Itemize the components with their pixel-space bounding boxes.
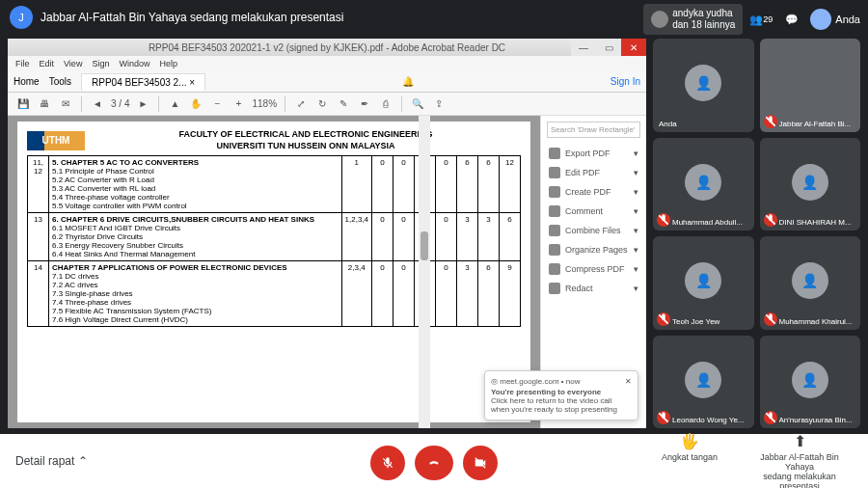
week-cell: 14	[28, 261, 49, 327]
muted-icon	[764, 115, 777, 128]
menu-file[interactable]: File	[15, 59, 30, 68]
hangup-button[interactable]	[415, 446, 453, 480]
share-icon[interactable]: ⇪	[431, 96, 447, 112]
participant-grid: 👤AndaJabbar Al-Fattah Bi...👤Muhammad Abd…	[653, 39, 860, 428]
page-scrollbar[interactable]	[419, 116, 430, 428]
chevron-down-icon: ▾	[634, 226, 638, 235]
participant-avatar: 👤	[685, 65, 721, 101]
present-now-button[interactable]: ⬆ Jabbar Al-Fattah Bin Yahayasedang mela…	[746, 432, 853, 489]
toolpane-item[interactable]: Compress PDF▾	[547, 259, 640, 279]
tool-icon	[549, 186, 560, 198]
acrobat-toolbar: 💾 🖶 ✉ ◄ 3 / 4 ► ▲ ✋ − + 118% ⤢ ↻ ✎ ✒ ⎙ 🔍…	[8, 93, 646, 116]
acrobat-title-text: RPP04 BEF34503 202021-1 v2 (signed by KJ…	[149, 42, 505, 53]
menu-edit[interactable]: Edit	[40, 59, 55, 68]
meeting-details-button[interactable]: Detail rapat ⌃	[15, 454, 88, 468]
participant-tile[interactable]: 👤Leonardo Wong Ye...	[653, 336, 754, 429]
participant-name: Teoh Joe Yew	[672, 317, 748, 326]
toolpane-item[interactable]: Edit PDF▾	[547, 163, 640, 182]
participant-tile[interactable]: 👤Teoh Joe Yew	[653, 236, 754, 330]
rotate-icon[interactable]: ↻	[314, 96, 330, 112]
participant-tile[interactable]: 👤Muhammad Khairul...	[760, 236, 861, 330]
toast-title: You're presenting to everyone	[491, 388, 632, 396]
tab-tools[interactable]: Tools	[49, 76, 71, 87]
minimize-button[interactable]: —	[571, 39, 596, 56]
scroll-thumb[interactable]	[420, 231, 428, 260]
menu-window[interactable]: Window	[119, 59, 149, 68]
participant-name: DINI SHAHIRAH M...	[779, 218, 855, 227]
next-page-icon[interactable]: ►	[135, 96, 150, 112]
toolpane-item[interactable]: Redact▾	[547, 279, 640, 298]
fitpage-icon[interactable]: ⤢	[293, 96, 309, 112]
participant-tile[interactable]: Jabbar Al-Fattah Bi...	[760, 39, 861, 132]
value-cell: 0	[436, 156, 457, 213]
mic-button[interactable]	[370, 446, 405, 480]
hand-icon[interactable]: ✋	[188, 96, 203, 112]
avatar-icon	[651, 11, 668, 28]
value-cell: 6	[478, 261, 500, 327]
participant-tile[interactable]: 👤Anda	[653, 39, 754, 132]
tab-document[interactable]: RPP04 BEF34503 2... ×	[81, 73, 205, 91]
menu-help[interactable]: Help	[159, 59, 177, 68]
sign-icon[interactable]: ✒	[357, 96, 372, 112]
muted-icon	[657, 411, 670, 424]
acrobat-titlebar: RPP04 BEF34503 202021-1 v2 (signed by KJ…	[8, 39, 646, 56]
menu-view[interactable]: View	[64, 59, 82, 68]
tool-label: Export PDF	[565, 149, 610, 158]
pill-name: andyka yudha	[672, 8, 735, 19]
signin-link[interactable]: Sign In	[610, 76, 640, 87]
raise-hand-button[interactable]: 🖐 Angkat tangan	[662, 432, 718, 489]
pointer-icon[interactable]: ▲	[167, 96, 182, 112]
toast-body: Click here to return to the video call w…	[491, 396, 632, 414]
chat-button[interactable]: 💬	[779, 7, 804, 32]
save-icon[interactable]: 💾	[15, 96, 31, 112]
toolpane-item[interactable]: Create PDF▾	[547, 182, 640, 202]
print-icon[interactable]: 🖶	[37, 96, 52, 112]
tool-label: Edit PDF	[565, 168, 600, 177]
people-count-button[interactable]: 👥29	[748, 7, 773, 32]
toolpane-search[interactable]: Search 'Draw Rectangle'	[547, 122, 640, 138]
toolpane-item[interactable]: Export PDF▾	[547, 144, 640, 163]
value-cell: 6	[478, 156, 500, 213]
week-cell: 13	[28, 213, 49, 261]
pdf-viewport[interactable]: UTHM FACULTY OF ELECTRICAL AND ELECTRONI…	[8, 116, 540, 428]
camera-button[interactable]	[463, 446, 498, 480]
chapter-cell: 6. CHAPTER 6 DRIVE CIRCUITS,SNUBBER CIRC…	[49, 213, 342, 261]
bell-icon[interactable]: 🔔	[402, 76, 414, 87]
participant-tile[interactable]: 👤An'nurasyuuraa Bin...	[760, 336, 861, 429]
presenting-toast[interactable]: ◎ meet.google.com • now✕ You're presenti…	[484, 370, 638, 420]
mail-icon[interactable]: ✉	[58, 96, 73, 112]
highlight-icon[interactable]: ✎	[336, 96, 351, 112]
pill-extra: dan 18 lainnya	[672, 19, 735, 31]
page-indicator[interactable]: 3 / 4	[111, 98, 129, 109]
prev-page-icon[interactable]: ◄	[90, 96, 105, 112]
chevron-down-icon: ▾	[634, 168, 638, 177]
zoom-value[interactable]: 118%	[252, 98, 277, 109]
present-icon: ⬆	[794, 432, 806, 450]
participants-preview-pill[interactable]: andyka yudha dan 18 lainnya	[643, 4, 743, 35]
stamp-icon[interactable]: ⎙	[378, 96, 393, 112]
chapter-cell: 5. CHAPTER 5 AC TO AC CONVERTERS5.1 Prin…	[49, 156, 342, 213]
toolpane-item[interactable]: Comment▾	[547, 202, 640, 221]
toolpane-item[interactable]: Combine Files▾	[547, 221, 640, 240]
maximize-button[interactable]: ▭	[596, 39, 621, 56]
participant-tile[interactable]: 👤DINI SHAHIRAH M...	[760, 138, 861, 231]
participant-avatar: 👤	[792, 362, 828, 398]
value-cell: 3	[478, 213, 500, 261]
close-button[interactable]: ✕	[621, 39, 646, 56]
toast-close-icon[interactable]: ✕	[625, 377, 632, 386]
value-cell: 0	[393, 156, 415, 213]
tool-label: Combine Files	[565, 226, 621, 235]
toolpane-item[interactable]: Organize Pages▾	[547, 240, 640, 259]
participant-avatar: 👤	[792, 262, 828, 299]
participant-tile[interactable]: 👤Muhammad Abdull...	[653, 138, 754, 231]
zoom-out-icon[interactable]: −	[209, 96, 225, 112]
search-icon[interactable]: 🔍	[410, 96, 425, 112]
zoom-in-icon[interactable]: +	[231, 96, 246, 112]
chevron-down-icon: ▾	[634, 264, 638, 274]
acrobat-tabstrip: Home Tools RPP04 BEF34503 2... × 🔔 Sign …	[8, 71, 646, 93]
faculty-line1: FACULTY OF ELECTRICAL AND ELECTRONIC ENG…	[91, 129, 521, 141]
menu-sign[interactable]: Sign	[92, 59, 109, 68]
acrobat-menubar[interactable]: File Edit View Sign Window Help	[8, 56, 646, 71]
tab-home[interactable]: Home	[14, 76, 40, 87]
tool-label: Compress PDF	[565, 264, 625, 274]
